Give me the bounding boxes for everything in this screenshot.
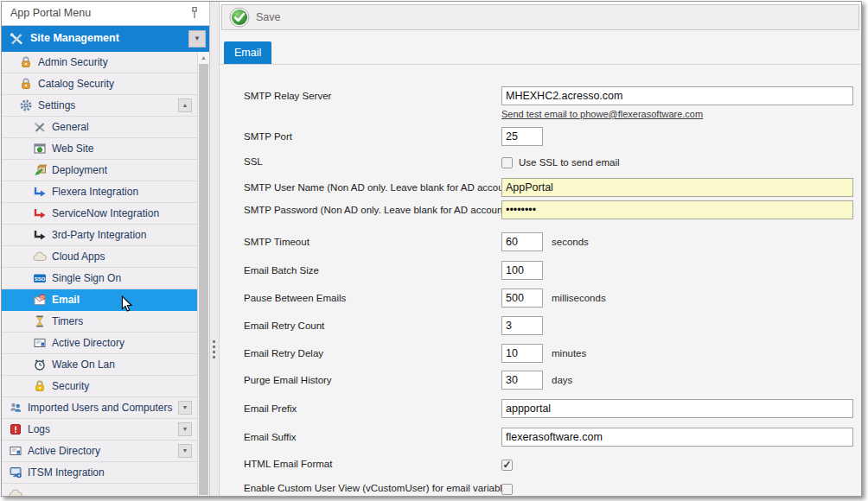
smtp-username-input[interactable] bbox=[501, 178, 853, 197]
sidebar-group-label: Site Management bbox=[30, 32, 119, 44]
sidebar-item-flexera-integration[interactable]: Flexera Integration bbox=[2, 181, 197, 203]
smtp-port-input[interactable] bbox=[501, 127, 543, 146]
sidebar-item-label: Settings bbox=[38, 99, 75, 111]
computer-gear-icon bbox=[9, 466, 22, 479]
email-retry-delay-input[interactable] bbox=[501, 344, 543, 363]
custom-user-view-checkbox[interactable] bbox=[501, 484, 513, 495]
pin-icon[interactable] bbox=[188, 6, 201, 20]
sidebar-item-label: Email bbox=[52, 294, 80, 306]
cloud-icon bbox=[33, 250, 47, 263]
import-arrow-red-icon bbox=[33, 206, 47, 220]
sidebar-item-label: Security bbox=[52, 380, 89, 392]
sso-badge-icon: SSO bbox=[33, 271, 47, 285]
contact-card-icon bbox=[9, 444, 22, 458]
sidebar-item-email[interactable]: @ Email bbox=[2, 289, 197, 311]
email-suffix-input[interactable] bbox=[501, 428, 853, 447]
sidebar-item-clipped[interactable] bbox=[2, 484, 197, 496]
smtp-relay-server-input[interactable] bbox=[501, 86, 853, 105]
field-label: Email Batch Size bbox=[244, 261, 499, 280]
sidebar-item-label: Web Site bbox=[52, 143, 93, 155]
sidebar-item-label: ITSM Integration bbox=[28, 466, 105, 479]
chevron-down-icon[interactable]: ▼ bbox=[178, 444, 192, 458]
sidebar-item-deployment[interactable]: Deployment bbox=[2, 160, 197, 181]
sidebar-item-single-sign-on[interactable]: SSO Single Sign On bbox=[2, 268, 197, 289]
tab-email[interactable]: Email bbox=[224, 41, 271, 64]
sidebar-item-catalog-security[interactable]: Catalog Security bbox=[2, 73, 197, 95]
logs-alert-icon bbox=[9, 422, 22, 436]
sidebar: App Portal Menu Site Management ▼ Admin … bbox=[2, 2, 210, 496]
smtp-password-input[interactable] bbox=[501, 200, 853, 219]
ssl-checkbox-label: Use SSL to send email bbox=[519, 157, 620, 168]
ssl-checkbox[interactable] bbox=[501, 157, 513, 168]
package-arrow-icon bbox=[33, 163, 47, 177]
field-label: HTML Email Format bbox=[244, 458, 499, 471]
field-label: SMTP Password (Non AD only. Leave blank … bbox=[244, 200, 499, 219]
email-retry-count-input[interactable] bbox=[501, 316, 543, 335]
chevron-down-icon[interactable]: ▼ bbox=[178, 422, 192, 436]
sidebar-item-label: General bbox=[52, 121, 89, 133]
send-test-email-link[interactable]: Send test email to phowe@flexerasoftware… bbox=[501, 109, 703, 119]
sidebar-item-label: ServiceNow Integration bbox=[52, 207, 159, 219]
unit-label: days bbox=[552, 371, 572, 390]
sidebar-item-label: Active Directory bbox=[52, 337, 124, 349]
sidebar-group-active-directory[interactable]: Active Directory ▼ bbox=[2, 441, 197, 462]
unit-label: minutes bbox=[552, 344, 586, 363]
purge-email-history-input[interactable] bbox=[501, 371, 543, 390]
mouse-cursor bbox=[119, 295, 135, 313]
field-label: Purge Email History bbox=[244, 371, 499, 390]
chevron-down-icon[interactable]: ▼ bbox=[188, 30, 206, 48]
sidebar-item-label: Single Sign On bbox=[52, 272, 121, 284]
field-label: Enable Custom User View (vCustomUser) fo… bbox=[244, 482, 499, 495]
sidebar-item-label: Catalog Security bbox=[38, 78, 114, 90]
scroll-up-icon[interactable]: ▲ bbox=[198, 52, 209, 64]
sidebar-item-cloud-apps[interactable]: Cloud Apps bbox=[2, 246, 197, 268]
import-arrow-black-icon bbox=[33, 228, 47, 242]
html-email-format-checkbox[interactable] bbox=[501, 460, 513, 471]
chevron-up-icon[interactable]: ▲ bbox=[178, 98, 192, 112]
pane-splitter[interactable] bbox=[210, 2, 220, 496]
contact-card-icon bbox=[33, 336, 47, 350]
sidebar-item-servicenow-integration[interactable]: ServiceNow Integration bbox=[2, 203, 197, 225]
padlock-yellow-icon bbox=[33, 379, 47, 393]
unit-label: milliseconds bbox=[552, 289, 606, 308]
sidebar-item-admin-security[interactable]: Admin Security bbox=[2, 52, 197, 73]
email-prefix-input[interactable] bbox=[501, 399, 853, 418]
sidebar-item-label: Flexera Integration bbox=[52, 186, 138, 198]
chevron-down-icon[interactable]: ▼ bbox=[178, 401, 192, 415]
sidebar-item-itsm-integration[interactable]: ITSM Integration bbox=[2, 462, 197, 484]
sidebar-group-site-management[interactable]: Site Management ▼ bbox=[2, 26, 209, 52]
splitter-grip-icon bbox=[213, 340, 215, 361]
hourglass-icon bbox=[33, 314, 47, 328]
email-batch-size-input[interactable] bbox=[501, 261, 543, 280]
tools-gray-icon bbox=[33, 120, 47, 134]
sidebar-item-wake-on-lan[interactable]: Wake On Lan bbox=[2, 354, 197, 376]
sidebar-item-label: Timers bbox=[52, 315, 83, 327]
padlock-icon bbox=[19, 55, 33, 69]
sidebar-item-general[interactable]: General bbox=[2, 117, 197, 138]
field-label: SSL bbox=[244, 155, 499, 168]
sidebar-item-label: Deployment bbox=[52, 164, 107, 176]
sidebar-item-3rd-party-integration[interactable]: 3rd-Party Integration bbox=[2, 225, 197, 246]
sidebar-menu: Admin Security Catalog Security Settings… bbox=[2, 52, 197, 496]
sidebar-group-imported-users[interactable]: Imported Users and Computers ▼ bbox=[2, 397, 197, 419]
sidebar-item-timers[interactable]: Timers bbox=[2, 311, 197, 333]
field-label: Email Suffix bbox=[244, 428, 499, 447]
save-button[interactable]: Save bbox=[229, 7, 281, 28]
pause-between-emails-input[interactable] bbox=[501, 289, 543, 308]
sidebar-item-label: Wake On Lan bbox=[52, 358, 115, 371]
sidebar-item-web-site[interactable]: Web Site bbox=[2, 138, 197, 160]
browser-icon bbox=[33, 142, 47, 155]
sidebar-scrollbar[interactable]: ▲ bbox=[197, 52, 209, 496]
sidebar-header: App Portal Menu bbox=[2, 2, 209, 26]
sidebar-item-security[interactable]: Security bbox=[2, 376, 197, 397]
save-label: Save bbox=[256, 11, 281, 23]
app-portal-window: App Portal Menu Site Management ▼ Admin … bbox=[1, 1, 862, 497]
field-label: SMTP Timeout bbox=[244, 232, 499, 251]
unit-label: seconds bbox=[552, 232, 589, 251]
smtp-timeout-input[interactable] bbox=[501, 232, 543, 251]
sidebar-group-logs[interactable]: Logs ▼ bbox=[2, 419, 197, 441]
sidebar-item-settings[interactable]: Settings ▲ bbox=[2, 95, 197, 117]
scrollbar-thumb[interactable] bbox=[199, 64, 208, 495]
screenshot-stage: App Portal Menu Site Management ▼ Admin … bbox=[0, 0, 868, 501]
sidebar-item-active-directory-settings[interactable]: Active Directory bbox=[2, 333, 197, 354]
